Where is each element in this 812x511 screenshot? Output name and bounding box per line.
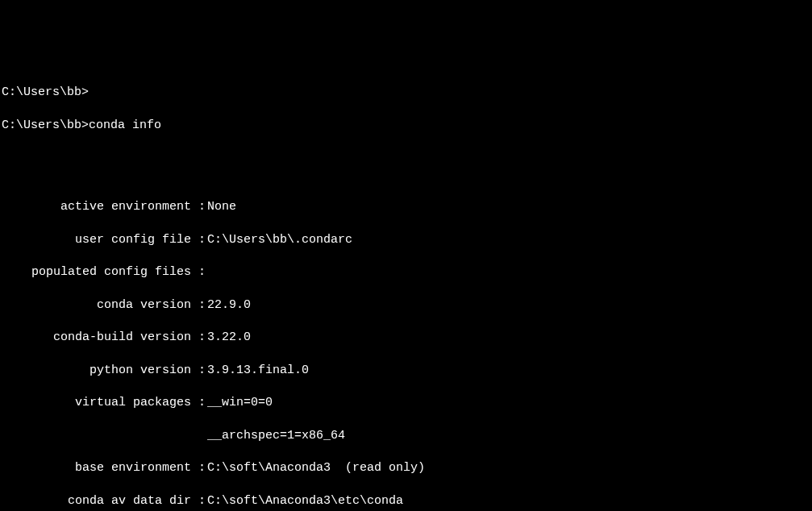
prompt-path: C:\Users\bb> [2,118,89,132]
blank-line [2,150,810,166]
label: conda av data dir [2,493,191,509]
label: user config file [2,232,191,248]
row-conda-version: conda version : 22.9.0 [2,297,810,314]
row-virtual-packages-cont: __archspec=1=x86_64 [2,428,810,444]
separator: : [191,493,207,509]
separator: : [191,460,207,476]
separator: : [191,330,207,346]
row-conda-av-data-dir: conda av data dir : C:\soft\Anaconda3\et… [2,493,810,509]
separator: : [191,297,207,314]
separator: : [191,363,207,379]
prompt-line-1: C:\Users\bb> [2,85,810,101]
value: None [207,199,810,215]
label: conda version [2,297,191,314]
label: python version [2,363,191,379]
row-python-version: python version : 3.9.13.final.0 [2,363,810,379]
label: populated config files [2,264,191,280]
row-populated-config-files: populated config files : [2,264,810,280]
label: conda-build version [2,330,191,346]
label: virtual packages [2,395,191,411]
label: base environment [2,460,191,476]
row-virtual-packages: virtual packages : __win=0=0 [2,395,810,411]
value: 3.9.13.final.0 [207,363,810,379]
separator: : [191,232,207,248]
prompt-line-2: C:\Users\bb>conda info [2,118,810,134]
value: __win=0=0 [207,395,810,411]
value: 22.9.0 [207,297,810,314]
row-active-environment: active environment : None [2,199,810,215]
value [207,264,810,280]
row-conda-build-version: conda-build version : 3.22.0 [2,330,810,346]
separator: : [191,264,207,280]
value: C:\soft\Anaconda3 (read only) [207,460,810,476]
value: C:\Users\bb\.condarc [207,232,810,248]
terminal-output[interactable]: C:\Users\bb> C:\Users\bb>conda info acti… [2,69,810,511]
separator: : [191,395,207,411]
row-user-config-file: user config file : C:\Users\bb\.condarc [2,232,810,248]
value: 3.22.0 [207,330,810,346]
separator: : [191,199,207,215]
command-text: conda info [89,118,161,132]
row-base-environment: base environment : C:\soft\Anaconda3 (re… [2,460,810,476]
label: active environment [2,199,191,215]
value: C:\soft\Anaconda3\etc\conda [207,493,810,509]
